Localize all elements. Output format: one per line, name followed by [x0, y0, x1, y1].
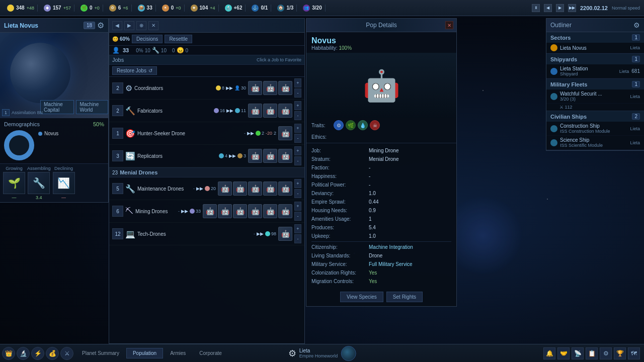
resource-science[interactable]: 🔬 +62	[222, 5, 246, 12]
planet-settings-icon[interactable]: ⚙	[97, 21, 104, 30]
traditions-icon[interactable]: ⚡	[31, 347, 44, 360]
military-header[interactable]: Military Fleets 1	[546, 79, 644, 89]
set-rights-btn[interactable]: Set Rights	[386, 292, 423, 302]
tab-population[interactable]: Population	[126, 348, 163, 358]
job-row-hunter[interactable]: 1 🎯 Hunter-Seeker Drone - ▶▶ 2 -20 2 +	[109, 122, 304, 145]
notifications-icon[interactable]: 🔔	[543, 347, 555, 359]
hunter-count: 1	[112, 128, 123, 139]
military-bottom-icon[interactable]: ⚔	[60, 347, 73, 360]
tech-remove-btn[interactable]: -	[294, 234, 301, 243]
resource-alloys[interactable]: ⚙ 6 +6	[106, 5, 132, 12]
outliner-settings-icon[interactable]: ⚙	[633, 21, 640, 29]
hunter-remove-btn[interactable]: -	[294, 134, 301, 143]
date-display: 2200.02.12	[580, 5, 608, 11]
planet-header: Lieta Novus 18 ⚙	[0, 19, 108, 33]
fast-speed-btn[interactable]: ▶▶	[568, 4, 576, 12]
job-row-coordinators[interactable]: 2 ⚙ Coordinators 8 ▶▶ 👤 30 +	[109, 77, 304, 100]
coord-add-btn[interactable]: +	[294, 78, 301, 87]
consumer-dot	[235, 108, 240, 113]
economy-icon[interactable]: 💰	[46, 347, 59, 360]
tab-corporate[interactable]: Corporate	[193, 348, 228, 358]
alloys-value: 6	[118, 5, 121, 11]
tech-portraits	[278, 227, 292, 241]
achievements-icon[interactable]: 🏆	[614, 347, 626, 359]
shipyards-header[interactable]: Shipyards 1	[546, 54, 644, 64]
pop-count-row: 👤 33 0% 10 🔧 10 0 😠 0	[109, 46, 304, 55]
pop-stat2: 10	[145, 48, 150, 53]
resource-naval[interactable]: ⚓ 0/1	[249, 5, 271, 12]
contacts-icon[interactable]: 📡	[572, 347, 584, 359]
outliner-item-lieta-station[interactable]: Lieta Station Shipyard Lieta 681	[546, 64, 644, 78]
outliner-item-watchful[interactable]: Watchful Securit ... 3/20 (3) Lieta	[546, 89, 644, 104]
outliner-item-lieta-novus[interactable]: Lieta Novus Lieta	[546, 43, 644, 53]
maint-remove-btn[interactable]: -	[294, 189, 301, 198]
coord-icon: ⚙	[125, 83, 132, 93]
hunter-portrait-1	[278, 126, 292, 140]
fab-add-btn[interactable]: +	[294, 101, 301, 110]
map-mode-icon[interactable]: 🗺	[628, 347, 640, 359]
minerals-income: +57	[63, 6, 71, 11]
resource-food[interactable]: 🌿 0 +0	[77, 5, 103, 12]
favorite-hint[interactable]: Click a Job to Favorite	[257, 57, 301, 62]
restore-jobs-btn[interactable]: Restore Jobs ↺	[112, 66, 157, 75]
outliner-item-construction[interactable]: Construction Ship ISS Construction Modul…	[546, 122, 644, 136]
next-speed-btn[interactable]: ▶	[556, 4, 564, 12]
close-panel-btn[interactable]: ✕	[148, 21, 158, 30]
zoom-btn[interactable]: ⊕	[136, 21, 146, 30]
rep-add-btn[interactable]: +	[294, 146, 301, 155]
prev-speed-btn[interactable]: ◀	[544, 4, 552, 12]
mining-add-btn[interactable]: +	[294, 202, 301, 211]
empire-display: ⚙ Lieta Empire Homeworld	[288, 346, 356, 361]
sectors-header[interactable]: Sectors 1	[546, 32, 644, 43]
resource-pops[interactable]: 👥 3/20	[300, 5, 325, 12]
civilian-header[interactable]: Civilian Ships 2	[546, 111, 644, 122]
settings-icon[interactable]: ⚙	[600, 347, 612, 359]
pop-stat3: 10	[161, 48, 167, 53]
fab-remove-btn[interactable]: -	[294, 111, 301, 120]
job-row-maintenance[interactable]: 5 🔧 Maintenance Drones - ▶▶ 20 + -	[109, 177, 304, 200]
mining-remove-btn[interactable]: -	[294, 212, 301, 221]
rep-remove-btn[interactable]: -	[294, 156, 301, 165]
next-planet-btn[interactable]: ▶	[124, 21, 134, 30]
amenities-key: Amenities Usage:	[311, 215, 367, 223]
tab-armies[interactable]: Armies	[164, 348, 192, 358]
planet-name[interactable]: Lieta Novus	[4, 22, 38, 29]
hunter-add-btn[interactable]: +	[294, 124, 301, 133]
job-val: Mining Drone	[369, 146, 398, 155]
job-row-tech[interactable]: 12 💻 Tech-Drones - ▶▶ 98 + -	[109, 223, 304, 245]
tech-add-btn[interactable]: +	[294, 224, 301, 233]
stratum-key: Stratum:	[311, 155, 367, 163]
maint-add-btn[interactable]: +	[294, 179, 301, 188]
pause-btn[interactable]: ⏸	[532, 4, 540, 12]
trait-icon-4[interactable]: ☠	[370, 120, 380, 130]
job-row-replicators[interactable]: 3 🔄 Replicators 4 ▶▶ 3 +	[109, 145, 304, 167]
job-row-fabricators[interactable]: 2 🔨 Fabricators 16 ▶▶ 11 +	[109, 100, 304, 122]
resource-consumer[interactable]: 📦 33	[135, 5, 156, 12]
trait-icon-3[interactable]: 💧	[358, 120, 368, 130]
resource-influence[interactable]: ★ 104 +4	[188, 5, 219, 12]
outliner-sectors-section: Sectors 1 Lieta Novus Lieta	[546, 32, 644, 54]
outliner-item-science[interactable]: Science Ship ISS Scientific Module Lieta	[546, 136, 644, 150]
decisions-btn[interactable]: Decisions	[132, 35, 163, 43]
view-species-btn[interactable]: View Species	[340, 292, 383, 302]
resource-unity[interactable]: ☀ 0 +0	[159, 5, 185, 12]
trait-icon-2[interactable]: 🌿	[346, 120, 356, 130]
coord-remove-btn[interactable]: -	[294, 88, 301, 98]
resource-minerals[interactable]: ◆ 157 +57	[41, 5, 74, 12]
diplomacy-icon[interactable]: 🤝	[557, 347, 570, 359]
resource-energy[interactable]: ⚡ 348 +48	[4, 5, 38, 12]
resource-starbase[interactable]: 🏠 1/3	[274, 5, 297, 12]
job-scroll[interactable]: 2 ⚙ Coordinators 8 ▶▶ 👤 30 +	[109, 77, 304, 268]
tab-planet-summary[interactable]: Planet Summary	[75, 348, 126, 358]
military-count: 1	[632, 81, 640, 87]
empire-icon[interactable]: 👑	[2, 347, 15, 360]
military-info: Watchful Securit ... 3/20 (3)	[560, 91, 627, 102]
situation-log-icon[interactable]: 📋	[586, 347, 598, 359]
prev-planet-btn[interactable]: ◀	[112, 21, 122, 30]
tech-research-icon[interactable]: 🔬	[17, 347, 30, 360]
job-row-mining[interactable]: 6 ⛏ Mining Drones - ▶▶ 33 +	[109, 200, 304, 223]
trait-icon-1[interactable]: ⚙	[334, 120, 344, 130]
military-label: Military Fleets	[550, 81, 632, 87]
pop-details-close[interactable]: ✕	[445, 21, 453, 29]
resettle-btn[interactable]: Resettle	[165, 35, 192, 43]
